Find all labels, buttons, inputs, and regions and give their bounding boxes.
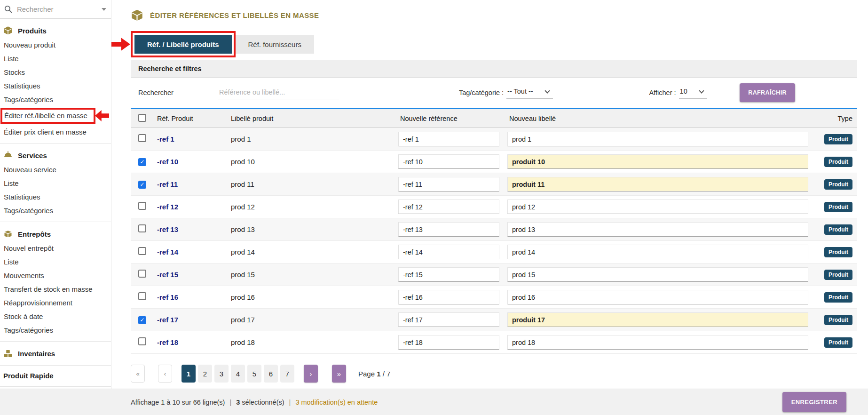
box-icon <box>131 9 143 22</box>
page-title: ÉDITER RÉFÉRENCES ET LIBELLÉS EN MASSE <box>150 11 319 19</box>
new-label-input[interactable] <box>507 290 808 304</box>
selected-info: 3 sélectionné(s) <box>236 399 284 406</box>
new-label-input[interactable] <box>507 222 808 237</box>
row-checkbox[interactable] <box>138 316 146 324</box>
new-ref-input[interactable] <box>398 245 499 259</box>
sidebar-section-header[interactable]: Inventaires <box>0 348 111 361</box>
sidebar-section-header[interactable]: Produits <box>0 25 111 38</box>
sidebar-item[interactable]: Mouvements <box>0 269 111 282</box>
row-checkbox[interactable] <box>138 181 146 189</box>
new-ref-input[interactable] <box>398 222 499 237</box>
new-ref-input[interactable] <box>398 335 499 350</box>
page-button-6[interactable]: 6 <box>264 365 278 383</box>
search-filter-label: Rechercher <box>138 89 174 96</box>
next-page-button[interactable]: › <box>304 365 318 383</box>
sidebar-item[interactable]: Réapprovisionnement <box>0 296 111 310</box>
page-size-label: Afficher : <box>649 89 676 96</box>
table-row: -ref 14 prod 14 Produit <box>131 241 857 263</box>
row-checkbox[interactable] <box>138 270 146 278</box>
row-checkbox[interactable] <box>138 292 146 300</box>
sidebar-section-header[interactable]: Services <box>0 150 111 163</box>
new-ref-input[interactable] <box>398 200 499 214</box>
product-label: prod 17 <box>226 316 395 324</box>
sidebar-item[interactable]: Tags/catégories <box>0 93 111 106</box>
chevron-down-icon[interactable] <box>102 8 106 11</box>
table-row: -ref 15 prod 15 Produit <box>131 263 857 286</box>
page-button-4[interactable]: 4 <box>231 365 245 383</box>
last-page-button[interactable]: » <box>332 365 346 383</box>
inventory-icon <box>3 349 13 358</box>
sidebar-item[interactable]: Tags/catégories <box>0 204 111 217</box>
save-button[interactable]: ENREGISTRER <box>782 392 846 412</box>
tag-category-value: -- Tout -- <box>507 88 533 95</box>
sidebar-item[interactable]: Liste <box>0 52 111 65</box>
type-badge: Produit <box>824 134 852 144</box>
new-ref-input[interactable] <box>398 177 499 192</box>
new-label-input[interactable] <box>507 132 808 146</box>
new-label-input[interactable] <box>507 200 808 214</box>
new-label-input[interactable] <box>507 154 808 169</box>
new-ref-input[interactable] <box>398 132 499 146</box>
new-ref-input[interactable] <box>398 267 499 282</box>
chevron-down-icon <box>544 88 550 93</box>
sidebar-item[interactable]: Statistiques <box>0 79 111 93</box>
tab-ref-libelle-produits[interactable]: Réf. / Libellé produits <box>134 35 232 54</box>
new-ref-input[interactable] <box>398 290 499 304</box>
product-label: prod 13 <box>226 225 395 233</box>
new-label-input[interactable] <box>507 177 808 192</box>
sidebar-item[interactable]: Nouveau produit <box>0 38 111 52</box>
sidebar-item[interactable]: Liste <box>0 255 111 269</box>
sidebar-item[interactable]: Éditer prix client en masse <box>0 125 111 139</box>
new-label-input[interactable] <box>507 312 808 327</box>
tab-ref-fournisseurs[interactable]: Réf. fournisseurs <box>236 35 314 54</box>
sidebar-search-input[interactable] <box>17 5 97 13</box>
product-ref: -ref 16 <box>152 293 226 301</box>
sidebar-item[interactable]: Transfert de stock en masse <box>0 282 111 296</box>
new-label-input[interactable] <box>507 267 808 282</box>
row-checkbox[interactable] <box>138 134 146 142</box>
type-badge: Produit <box>824 224 852 235</box>
product-label: prod 18 <box>226 338 395 346</box>
page-header: ÉDITER RÉFÉRENCES ET LIBELLÉS EN MASSE <box>131 8 857 23</box>
warehouse-icon <box>3 229 13 239</box>
sidebar-section-header[interactable]: Entrepôts <box>0 228 111 241</box>
page-button-1[interactable]: 1 <box>181 365 196 383</box>
page-button-2[interactable]: 2 <box>198 365 212 383</box>
filter-search-input[interactable] <box>218 87 339 99</box>
sidebar-item[interactable]: Liste <box>0 176 111 190</box>
refresh-button[interactable]: RAFRAÎCHIR <box>740 83 795 102</box>
page-size-select[interactable]: Afficher : 10 <box>649 87 707 99</box>
table-row: -ref 17 prod 17 Produit <box>131 309 857 331</box>
row-checkbox[interactable] <box>138 337 146 345</box>
tag-category-select[interactable]: Tag/catégorie : -- Tout -- <box>459 87 553 99</box>
sidebar-item[interactable]: Tags/catégories <box>0 323 111 337</box>
page-button-7[interactable]: 7 <box>280 365 294 383</box>
sidebar: Produits Nouveau produitListeStocksStati… <box>0 0 111 389</box>
prev-page-button[interactable]: ‹ <box>158 365 172 383</box>
table-header: Réf. Produit Libellé produit Nouvelle ré… <box>131 109 857 128</box>
new-ref-input[interactable] <box>398 154 499 169</box>
new-label-input[interactable] <box>507 335 808 350</box>
sidebar-item[interactable]: Stocks <box>0 65 111 79</box>
sidebar-item[interactable]: Stock à date <box>0 310 111 323</box>
row-checkbox[interactable] <box>138 247 146 255</box>
column-header-new-ref: Nouvelle référence <box>395 115 505 122</box>
page-button-5[interactable]: 5 <box>247 365 261 383</box>
row-checkbox[interactable] <box>138 224 146 232</box>
product-label: prod 12 <box>226 203 395 211</box>
sidebar-item[interactable]: Éditer réf./libellé en masse <box>0 108 95 124</box>
type-badge: Produit <box>824 315 852 325</box>
sidebar-section-title: Produits <box>18 27 47 35</box>
row-checkbox[interactable] <box>138 202 146 210</box>
sidebar-item-produit-rapide[interactable]: Produit Rapide <box>0 366 111 387</box>
column-header-type: Type <box>815 115 857 122</box>
sidebar-item[interactable]: Nouvel entrepôt <box>0 241 111 255</box>
first-page-button[interactable]: « <box>131 365 145 383</box>
new-label-input[interactable] <box>507 245 808 259</box>
new-ref-input[interactable] <box>398 312 499 327</box>
row-checkbox[interactable] <box>138 158 146 166</box>
select-all-checkbox[interactable] <box>138 114 146 122</box>
sidebar-item[interactable]: Statistiques <box>0 190 111 204</box>
sidebar-item[interactable]: Nouveau service <box>0 163 111 176</box>
page-button-3[interactable]: 3 <box>214 365 229 383</box>
